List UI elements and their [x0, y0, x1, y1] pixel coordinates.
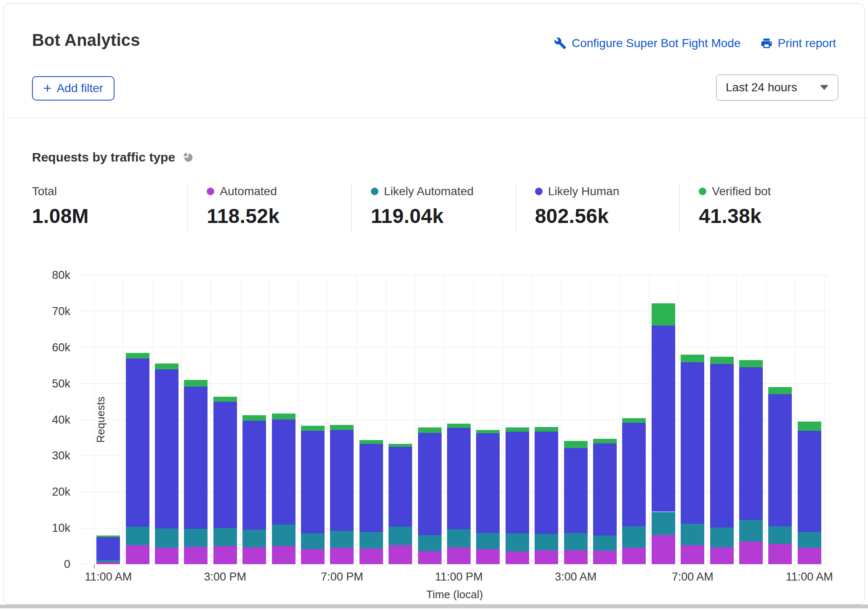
bar-segment-verified-bot[interactable] — [768, 387, 792, 394]
bar-segment-verified-bot[interactable] — [506, 427, 529, 431]
bar-segment-automated[interactable] — [447, 547, 471, 564]
bar-segment-automated[interactable] — [798, 548, 821, 565]
bar-segment-verified-bot[interactable] — [359, 440, 383, 444]
bar-segment-verified-bot[interactable] — [710, 357, 734, 364]
bar-segment-likely-automated[interactable] — [622, 526, 646, 548]
bar-segment-likely-automated[interactable] — [213, 528, 237, 546]
bar-segment-likely-automated[interactable] — [272, 525, 296, 546]
bar-segment-likely-human[interactable] — [593, 443, 617, 536]
bar-segment-automated[interactable] — [768, 544, 792, 564]
bar-segment-automated[interactable] — [126, 545, 149, 565]
bar-segment-verified-bot[interactable] — [272, 414, 296, 419]
bar-segment-automated[interactable] — [96, 562, 120, 564]
configure-super-bot-fight-mode-link[interactable]: Configure Super Bot Fight Mode — [554, 37, 741, 50]
bar-segment-likely-automated[interactable] — [593, 536, 617, 551]
bar-segment-automated[interactable] — [681, 545, 704, 565]
bar-segment-verified-bot[interactable] — [184, 380, 208, 386]
bar-segment-likely-human[interactable] — [506, 432, 529, 533]
bar-segment-automated[interactable] — [301, 549, 325, 564]
bar-segment-verified-bot[interactable] — [126, 353, 149, 358]
bar-segment-likely-automated[interactable] — [242, 530, 266, 547]
bar-segment-automated[interactable] — [155, 548, 178, 565]
bar-segment-likely-human[interactable] — [242, 421, 266, 530]
bar-segment-automated[interactable] — [710, 547, 734, 564]
bar-segment-automated[interactable] — [652, 535, 675, 564]
bar-segment-likely-automated[interactable] — [739, 520, 763, 541]
bar-segment-automated[interactable] — [330, 548, 354, 564]
bar-segment-verified-bot[interactable] — [798, 422, 821, 431]
bar-segment-automated[interactable] — [739, 541, 763, 564]
bar-segment-likely-human[interactable] — [126, 358, 149, 527]
bar-segment-verified-bot[interactable] — [622, 418, 646, 423]
bar-segment-verified-bot[interactable] — [739, 360, 763, 367]
bar-segment-likely-automated[interactable] — [710, 528, 734, 547]
bar-segment-likely-human[interactable] — [272, 419, 296, 525]
bar-segment-likely-human[interactable] — [301, 431, 325, 533]
bar-segment-verified-bot[interactable] — [330, 425, 354, 430]
bar-segment-likely-automated[interactable] — [564, 533, 588, 550]
bar-segment-likely-human[interactable] — [768, 394, 792, 526]
bar-segment-likely-automated[interactable] — [389, 527, 412, 546]
bar-segment-likely-automated[interactable] — [126, 527, 149, 545]
bar-segment-verified-bot[interactable] — [96, 536, 120, 537]
bar-segment-likely-automated[interactable] — [418, 535, 442, 551]
bar-segment-likely-automated[interactable] — [301, 533, 325, 549]
bar-segment-likely-human[interactable] — [389, 447, 412, 527]
bar-segment-verified-bot[interactable] — [447, 424, 471, 428]
bar-segment-automated[interactable] — [242, 547, 266, 564]
bar-segment-likely-automated[interactable] — [506, 533, 529, 552]
bar-segment-automated[interactable] — [622, 548, 646, 565]
bar-segment-likely-automated[interactable] — [330, 531, 354, 548]
bar-segment-verified-bot[interactable] — [301, 426, 325, 431]
bar-segment-verified-bot[interactable] — [681, 355, 704, 362]
bar-segment-likely-automated[interactable] — [96, 560, 120, 562]
bar-segment-likely-human[interactable] — [798, 431, 821, 532]
bar-segment-automated[interactable] — [593, 551, 617, 564]
bar-segment-likely-human[interactable] — [739, 367, 763, 520]
bar-segment-verified-bot[interactable] — [476, 430, 500, 434]
bar-segment-automated[interactable] — [184, 547, 208, 564]
bar-segment-verified-bot[interactable] — [389, 444, 412, 447]
bar-segment-likely-human[interactable] — [652, 326, 675, 512]
bar-segment-verified-bot[interactable] — [242, 415, 266, 421]
bar-segment-verified-bot[interactable] — [593, 439, 617, 443]
bar-segment-likely-automated[interactable] — [681, 524, 704, 545]
bar-segment-likely-human[interactable] — [710, 364, 734, 528]
add-filter-button[interactable]: + Add filter — [32, 76, 114, 101]
bar-segment-likely-human[interactable] — [564, 448, 588, 533]
bar-segment-likely-automated[interactable] — [768, 526, 792, 544]
bar-segment-likely-human[interactable] — [418, 433, 442, 535]
bar-segment-automated[interactable] — [389, 545, 412, 564]
bar-segment-likely-automated[interactable] — [652, 512, 675, 536]
bar-segment-likely-human[interactable] — [213, 402, 237, 528]
bar-segment-likely-automated[interactable] — [184, 529, 208, 547]
bar-segment-automated[interactable] — [359, 549, 383, 564]
bar-segment-verified-bot[interactable] — [652, 303, 675, 326]
bar-segment-likely-human[interactable] — [184, 387, 208, 529]
bar-segment-automated[interactable] — [535, 550, 558, 564]
bar-segment-likely-human[interactable] — [535, 432, 558, 534]
bar-segment-likely-human[interactable] — [447, 428, 471, 529]
bar-segment-likely-human[interactable] — [681, 362, 704, 524]
bar-segment-automated[interactable] — [564, 550, 588, 564]
bar-segment-likely-automated[interactable] — [447, 529, 471, 547]
bar-segment-likely-human[interactable] — [476, 433, 500, 533]
bar-segment-likely-automated[interactable] — [798, 532, 821, 548]
bar-segment-likely-automated[interactable] — [535, 534, 558, 550]
bar-segment-likely-automated[interactable] — [359, 532, 383, 549]
time-range-select[interactable]: Last 24 hours — [716, 74, 838, 101]
bar-segment-likely-human[interactable] — [622, 423, 646, 526]
bar-segment-verified-bot[interactable] — [418, 427, 442, 433]
bar-segment-automated[interactable] — [418, 551, 442, 564]
print-report-link[interactable]: Print report — [760, 37, 836, 50]
bar-segment-automated[interactable] — [476, 549, 500, 564]
bar-segment-verified-bot[interactable] — [564, 441, 588, 448]
bar-segment-automated[interactable] — [506, 552, 529, 564]
bar-segment-likely-human[interactable] — [155, 369, 178, 528]
bar-segment-likely-automated[interactable] — [476, 533, 500, 549]
bar-segment-verified-bot[interactable] — [535, 427, 558, 432]
bar-segment-likely-human[interactable] — [330, 430, 354, 531]
bar-segment-automated[interactable] — [272, 546, 296, 564]
bar-segment-automated[interactable] — [213, 546, 237, 564]
bar-segment-likely-human[interactable] — [96, 537, 120, 560]
